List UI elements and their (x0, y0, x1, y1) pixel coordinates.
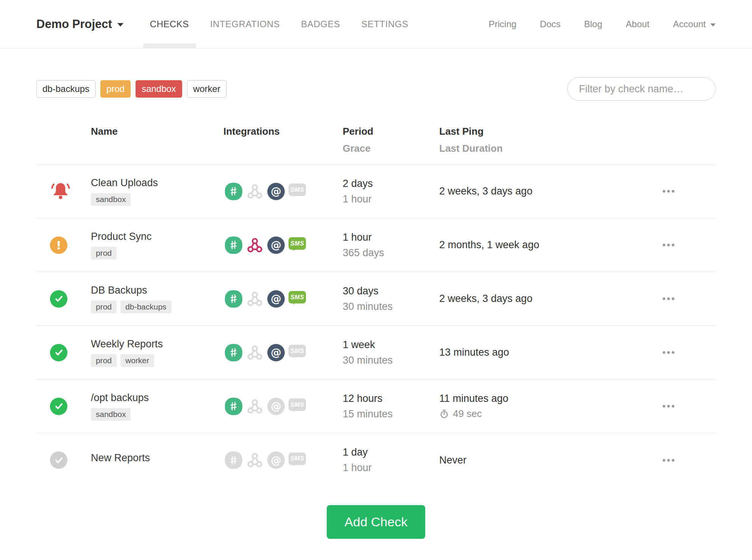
email-icon: @ (267, 290, 285, 308)
row-menu-button[interactable] (659, 238, 678, 252)
last-ping-value: 2 weeks, 3 days ago (439, 185, 621, 197)
nav-link-blog[interactable]: Blog (573, 19, 614, 30)
menu-cell (621, 238, 716, 252)
nav-link-pricing[interactable]: Pricing (477, 19, 528, 30)
check-name[interactable]: Clean Uploads (91, 177, 223, 189)
period-cell: 12 hours 15 minutes (343, 393, 439, 420)
sms-icon: SMS (289, 183, 306, 200)
menu-cell (621, 292, 716, 305)
tab-integrations[interactable]: INTEGRATIONS (200, 0, 290, 48)
check-circle-icon (50, 398, 67, 415)
last-duration-line: 49 sec (439, 408, 621, 420)
check-row[interactable]: ! Product Sync prod # (36, 218, 716, 272)
check-tag: sandbox (91, 408, 131, 421)
name-cell: Product Sync prod (91, 231, 223, 260)
last-ping-cell: 2 weeks, 3 days ago (439, 185, 621, 197)
period-value: 1 hour (343, 232, 439, 243)
col-header-integrations: Integrations (223, 126, 343, 137)
checks-table: Name Integrations Period Grace Last Ping… (36, 101, 716, 487)
check-name-filter-input[interactable] (567, 77, 716, 101)
account-menu[interactable]: Account (661, 19, 716, 30)
status-cell: ! (36, 181, 91, 202)
grace-value: 1 hour (343, 462, 439, 474)
nav-tabs: CHECKSINTEGRATIONSBADGESSETTINGS (139, 0, 419, 48)
nav-link-docs[interactable]: Docs (528, 19, 573, 30)
tag-filter-prod[interactable]: prod (100, 80, 131, 98)
check-row[interactable]: ! New Reports # (36, 433, 716, 487)
webhook-icon (246, 236, 264, 254)
name-cell: /opt backups sandbox (91, 392, 223, 421)
last-ping-value: Never (439, 454, 621, 466)
status-cell: ! (36, 290, 91, 308)
webhook-icon (246, 183, 264, 200)
table-header: Name Integrations Period Grace Last Ping… (36, 101, 716, 165)
integrations-cell: # @ SMS (223, 344, 343, 361)
period-cell: 1 week 30 minutes (343, 339, 439, 366)
tab-checks[interactable]: CHECKS (139, 0, 200, 48)
tag-filter-db-backups[interactable]: db-backups (36, 80, 95, 98)
check-row[interactable]: ! DB Backups proddb-backups (36, 272, 716, 326)
caret-down-icon (117, 23, 123, 26)
table-body: ! Clean Uploads sandbox (36, 165, 716, 487)
filter-toolbar: db-backupsprodsandboxworker (36, 77, 716, 101)
check-circle-icon (50, 290, 67, 308)
check-tags: prod (91, 247, 223, 260)
sms-icon: SMS (289, 451, 306, 469)
webhook-icon (246, 398, 264, 415)
tab-settings[interactable]: SETTINGS (351, 0, 419, 48)
email-icon: @ (267, 183, 285, 200)
email-icon: @ (267, 236, 285, 254)
tag-filter-worker[interactable]: worker (187, 80, 226, 98)
period-value: 1 day (343, 446, 439, 458)
status-cell: ! (36, 236, 91, 254)
webhook-icon (246, 451, 264, 469)
check-tag: worker (120, 354, 154, 367)
period-cell: 1 hour 365 days (343, 232, 439, 259)
last-ping-cell: 11 minutes ago 49 sec (439, 393, 621, 420)
row-menu-button[interactable] (659, 400, 678, 413)
slack-icon: # (225, 236, 242, 254)
name-cell: Clean Uploads sandbox (91, 177, 223, 206)
menu-cell (621, 454, 716, 467)
check-name[interactable]: DB Backups (91, 285, 223, 296)
name-cell: DB Backups proddb-backups (91, 285, 223, 313)
add-check-button[interactable]: Add Check (327, 505, 425, 539)
check-row[interactable]: ! Weekly Reports prodworker (36, 326, 716, 380)
tab-badges[interactable]: BADGES (290, 0, 351, 48)
check-row[interactable]: ! Clean Uploads sandbox (36, 165, 716, 218)
check-tag: sandbox (91, 193, 131, 206)
check-tag: prod (91, 354, 117, 367)
project-switcher[interactable]: Demo Project (36, 17, 123, 31)
status-cell: ! (36, 451, 91, 469)
nav-link-about[interactable]: About (614, 19, 662, 30)
menu-cell (621, 400, 716, 413)
check-name[interactable]: Weekly Reports (91, 338, 223, 350)
check-row[interactable]: ! /opt backups sandbox (36, 380, 716, 433)
tag-filter-sandbox[interactable]: sandbox (136, 80, 182, 98)
period-value: 12 hours (343, 393, 439, 404)
check-tag: prod (91, 300, 117, 313)
last-ping-cell: 13 minutes ago (439, 347, 621, 358)
slack-icon: # (225, 398, 242, 415)
top-nav: Demo Project CHECKSINTEGRATIONSBADGESSET… (0, 0, 752, 48)
alert-bell-icon (50, 181, 71, 202)
slack-icon: # (225, 183, 242, 200)
row-menu-button[interactable] (659, 185, 678, 198)
webhook-icon (246, 290, 264, 308)
period-value: 2 days (343, 178, 439, 190)
check-name[interactable]: Product Sync (91, 231, 223, 243)
row-menu-button[interactable] (659, 292, 678, 305)
period-cell: 30 days 30 minutes (343, 285, 439, 313)
email-icon: @ (267, 398, 285, 415)
check-name[interactable]: /opt backups (91, 392, 223, 404)
col-header-period: Period (343, 126, 439, 137)
row-menu-button[interactable] (659, 454, 678, 467)
integrations-cell: # @ SMS (223, 290, 343, 308)
col-header-last-duration: Last Duration (439, 143, 621, 154)
row-menu-button[interactable] (659, 346, 678, 359)
grace-value: 1 hour (343, 193, 439, 205)
name-cell: New Reports (91, 452, 223, 468)
check-name[interactable]: New Reports (91, 452, 223, 464)
last-ping-value: 13 minutes ago (439, 347, 621, 358)
last-ping-cell: 2 weeks, 3 days ago (439, 293, 621, 305)
